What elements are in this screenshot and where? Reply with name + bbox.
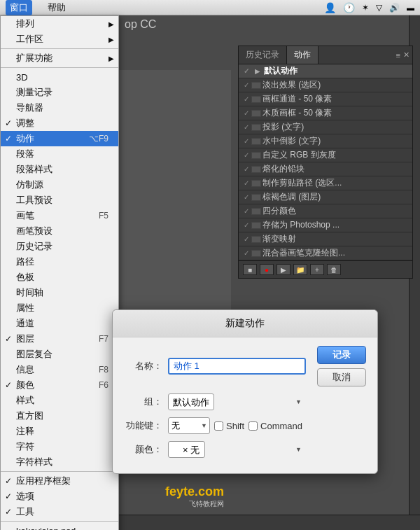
menu-item-label: 应用程序框架 <box>16 475 71 487</box>
menu-item-3d[interactable]: 3D <box>1 69 118 85</box>
menu-window[interactable]: 窗口 <box>6 0 32 15</box>
action-checkbox: ✓ <box>241 95 251 103</box>
action-row[interactable]: ✓熔化的铅块 <box>239 162 412 176</box>
menu-separator-4 <box>1 521 118 522</box>
cancel-button[interactable]: 取消 <box>317 368 366 386</box>
action-row[interactable]: ✓存储为 Photoshop ... <box>239 218 412 232</box>
action-row[interactable]: ✓自定义 RGB 到灰度 <box>239 148 412 162</box>
menu-item-properties[interactable]: 属性 <box>1 300 118 316</box>
menu-item-tools[interactable]: 工具 <box>1 504 118 519</box>
menu-item-channels[interactable]: 通道 <box>1 316 118 331</box>
record-button[interactable]: 记录 <box>317 346 366 364</box>
panel-menu-icon[interactable]: ≡ <box>396 51 400 60</box>
menu-item-tool-preset[interactable]: 工具预设 <box>1 193 118 208</box>
stop-btn[interactable]: ■ <box>243 264 257 275</box>
menu-item-character[interactable]: 字符 <box>1 439 118 454</box>
menu-item-color[interactable]: 颜色 F6 <box>1 377 118 393</box>
group-select[interactable]: 默认动作 <box>168 393 214 410</box>
menu-item-timeline[interactable]: 时间轴 <box>1 285 118 300</box>
color-select[interactable]: × 无 <box>168 441 205 458</box>
group-label: 组： <box>124 396 162 408</box>
menu-item-navigator[interactable]: 导航器 <box>1 100 118 116</box>
panel-close-icon[interactable]: ✕ <box>403 50 410 60</box>
command-checkbox[interactable] <box>248 421 258 431</box>
menu-item-clone[interactable]: 仿制源 <box>1 177 118 193</box>
menu-item-layers[interactable]: 图层 F7 <box>1 331 118 347</box>
menu-item-label: 动作 <box>16 132 34 145</box>
tab-actions[interactable]: 动作 <box>287 46 318 64</box>
action-label: 渐变映射 <box>262 233 410 245</box>
menu-item-label: 3D <box>16 72 28 83</box>
command-checkbox-label: Command <box>248 421 302 431</box>
delete-btn[interactable]: 🗑 <box>327 264 341 275</box>
menu-item-notes[interactable]: 注释 <box>1 424 118 439</box>
action-row[interactable]: ✓投影 (文字) <box>239 120 412 134</box>
action-label: 熔化的铅块 <box>262 163 410 175</box>
action-row[interactable]: ✓四分颜色 <box>239 204 412 218</box>
color-select-wrapper: × 无 <box>168 441 306 458</box>
menu-item-paragraph[interactable]: 段落 <box>1 146 118 162</box>
menu-item-label: kakavision.psd <box>16 526 76 531</box>
menu-item-char-style[interactable]: 字符样式 <box>1 454 118 470</box>
menu-item-file[interactable]: kakavision.psd <box>1 523 118 530</box>
menu-separator-2 <box>1 67 118 68</box>
action-icon <box>251 194 261 201</box>
menu-item-arrange[interactable]: 排列 <box>1 16 118 32</box>
tab-history[interactable]: 历史记录 <box>239 46 287 64</box>
menu-item-histogram[interactable]: 直方图 <box>1 408 118 424</box>
menu-item-workspace[interactable]: 工作区 <box>1 32 118 47</box>
action-row[interactable]: ✓棕褐色调 (图层) <box>239 190 412 204</box>
new-action-btn[interactable]: + <box>310 264 324 275</box>
user-icon: 👤 <box>324 2 336 13</box>
menu-item-extensions[interactable]: 扩展功能 <box>1 50 118 66</box>
menu-item-actions[interactable]: 动作 ⌥F9 <box>1 131 118 146</box>
bluetooth-icon: ✶ <box>362 3 369 13</box>
play-btn[interactable]: ▶ <box>276 264 290 275</box>
action-checkbox: ✓ <box>241 207 251 215</box>
action-checkbox: ✓ <box>241 179 251 187</box>
action-label: 自定义 RGB 到灰度 <box>262 149 410 161</box>
action-row[interactable]: ✓画框通道 - 50 像素 <box>239 92 412 106</box>
menu-item-swatches[interactable]: 色板 <box>1 270 118 285</box>
shift-checkbox[interactable] <box>214 421 223 431</box>
menu-item-paragraph-style[interactable]: 段落样式 <box>1 162 118 177</box>
action-row[interactable]: ✓木质画框 - 50 像素 <box>239 106 412 120</box>
menu-item-brush[interactable]: 画笔 F5 <box>1 208 118 223</box>
action-label: 投影 (文字) <box>262 121 410 133</box>
app-title: op CC <box>119 15 162 34</box>
fn-select[interactable]: 无 <box>168 417 210 434</box>
menu-item-paths[interactable]: 路径 <box>1 254 118 270</box>
action-icon <box>251 110 261 117</box>
folder-btn[interactable]: 📁 <box>293 264 307 275</box>
menu-item-shortcut: F7 <box>99 334 108 344</box>
menu-item-measure[interactable]: 测量记录 <box>1 85 118 100</box>
action-row[interactable]: ✓渐变映射 <box>239 232 412 246</box>
menu-item-layer-comps[interactable]: 图层复合 <box>1 347 118 362</box>
menu-item-label: 时间轴 <box>16 286 43 299</box>
menu-item-options[interactable]: 选项 <box>1 489 118 504</box>
record-btn[interactable]: ● <box>260 264 274 275</box>
action-row[interactable]: ✓制作剪贴路径 (选区... <box>239 176 412 190</box>
action-icon <box>251 124 261 131</box>
menu-separator-1 <box>1 48 118 49</box>
action-label: 混合器画笔克隆绘图... <box>262 247 410 259</box>
menu-separator-3 <box>1 471 118 472</box>
menu-item-label: 注释 <box>16 425 34 438</box>
action-checkbox: ✓ <box>241 193 251 201</box>
action-row[interactable]: ✓▶默认动作 <box>239 64 412 78</box>
menu-item-label: 段落样式 <box>16 163 52 176</box>
action-panel: 历史记录 动作 ≡ ✕ ✓▶默认动作✓淡出效果 (选区)✓画框通道 - 50 像… <box>238 46 413 279</box>
action-row[interactable]: ✓混合器画笔克隆绘图... <box>239 246 412 260</box>
menu-item-label: 排列 <box>16 18 34 30</box>
menu-item-info[interactable]: 信息 F8 <box>1 362 118 377</box>
menu-item-app-frame[interactable]: 应用程序框架 <box>1 473 118 489</box>
menu-item-history[interactable]: 历史记录 <box>1 239 118 254</box>
action-row[interactable]: ✓淡出效果 (选区) <box>239 78 412 92</box>
menu-item-label: 图层复合 <box>16 348 52 361</box>
menu-item-adjust[interactable]: 调整 <box>1 116 118 131</box>
menu-item-styles[interactable]: 样式 <box>1 393 118 408</box>
action-row[interactable]: ✓水中倒影 (文字) <box>239 134 412 148</box>
menu-item-brush-preset[interactable]: 画笔预设 <box>1 223 118 239</box>
name-input[interactable] <box>168 358 306 375</box>
menu-help[interactable]: 帮助 <box>43 0 70 15</box>
